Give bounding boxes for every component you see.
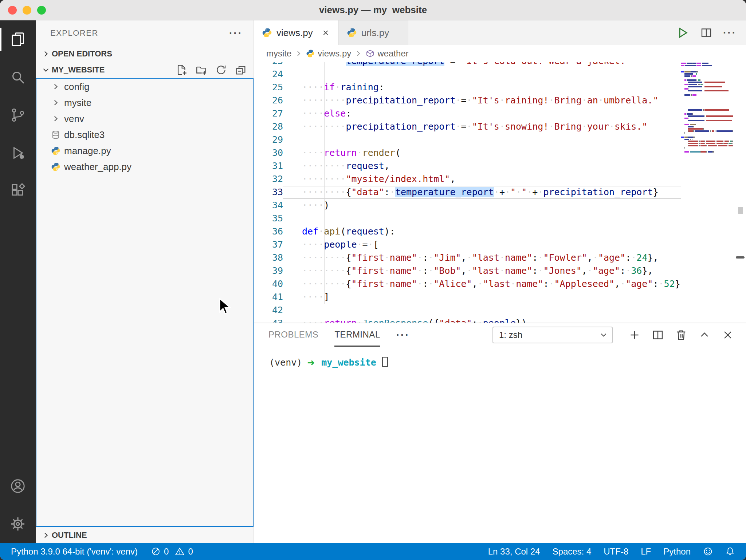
overview-ruler-mark	[738, 207, 743, 214]
terminal-shell-select[interactable]: 1: zsh	[492, 327, 613, 343]
status-problems[interactable]: 0 0	[151, 547, 193, 557]
minimize-window-button[interactable]	[23, 6, 31, 15]
extensions-icon[interactable]	[0, 172, 36, 210]
tab-urls-py[interactable]: urls.py	[339, 20, 409, 45]
status-python-interpreter[interactable]: Python 3.9.0 64-bit ('venv': venv)	[11, 547, 138, 557]
minimap-line	[681, 71, 734, 72]
code-line-42[interactable]: 42	[254, 304, 681, 317]
split-editor-icon[interactable]	[700, 26, 713, 39]
terminal[interactable]: (venv)➜my_website	[254, 347, 746, 543]
new-file-icon[interactable]	[175, 63, 189, 77]
tree-item-venv[interactable]: venv	[36, 111, 253, 127]
close-panel-icon[interactable]	[721, 328, 734, 342]
line-number: 39	[254, 264, 283, 277]
file-tree[interactable]: configmysitevenvdb.sqlite3manage.pyweath…	[36, 78, 254, 527]
collapse-folders-icon[interactable]	[234, 63, 248, 77]
code-line-35[interactable]: 35	[254, 212, 681, 225]
code-line-25[interactable]: 25····if·raining:	[254, 81, 681, 94]
breadcrumb: mysite views.py weather	[254, 45, 746, 62]
tree-item-db.sqlite3[interactable]: db.sqlite3	[36, 127, 253, 143]
split-terminal-icon[interactable]	[651, 328, 664, 342]
line-content: ········{"first·name"·:·"Bob",·"last·nam…	[283, 264, 653, 277]
code-line-33[interactable]: 33········{"data":·temperature_report·+·…	[254, 186, 681, 199]
code-line-40[interactable]: 40········{"first·name"·:·"Alice",·"last…	[254, 277, 681, 291]
code-line-26[interactable]: 26········precipitation_report·=·"It's·r…	[254, 94, 681, 107]
code-line-24[interactable]: 24	[254, 68, 681, 81]
accounts-icon[interactable]	[0, 467, 36, 505]
code-line-29[interactable]: 29	[254, 133, 681, 146]
refresh-explorer-icon[interactable]	[214, 63, 228, 77]
close-tab-icon[interactable]	[319, 27, 332, 39]
zoom-window-button[interactable]	[37, 6, 46, 15]
status-encoding[interactable]: UTF-8	[604, 547, 628, 557]
breadcrumb-symbol[interactable]: weather	[364, 48, 410, 59]
run-python-file-icon[interactable]	[676, 26, 690, 40]
code-line-31[interactable]: 31········request,	[254, 159, 681, 173]
editor-more-actions-icon[interactable]	[723, 27, 737, 39]
panel-tab-problems[interactable]: PROBLEMS	[268, 323, 318, 347]
code-line-23[interactable]: 23········temperature_report·=·"It's·col…	[254, 62, 681, 68]
section-open-editors[interactable]: OPEN EDITORS	[36, 46, 254, 62]
minimap-line	[681, 149, 734, 151]
close-window-button[interactable]	[8, 6, 17, 15]
minimap[interactable]	[681, 63, 734, 323]
tab-views-py[interactable]: views.py	[254, 20, 339, 45]
line-content: ········"mysite/index.html",	[283, 173, 455, 186]
minimap-line	[681, 107, 734, 109]
outline-label: OUTLINE	[52, 531, 87, 540]
panel-header: PROBLEMS TERMINAL 1: zsh	[254, 323, 746, 347]
source-control-icon[interactable]	[0, 96, 36, 134]
code-line-43[interactable]: 43····return·JsonResponse({"data":·peopl…	[254, 317, 681, 323]
code-line-28[interactable]: 28········precipitation_report·=·"It's·s…	[254, 120, 681, 133]
line-content: ········{"first·name"·:·"Jim",·"last·nam…	[283, 251, 659, 264]
code-line-36[interactable]: 36def·api(request):	[254, 225, 681, 238]
run-and-debug-icon[interactable]	[0, 134, 36, 172]
settings-gear-icon[interactable]	[0, 505, 36, 543]
minimap-line	[681, 109, 734, 111]
panel-more-tabs-icon[interactable]	[396, 329, 410, 341]
minimap-line	[681, 105, 734, 106]
status-indentation[interactable]: Spaces: 4	[553, 547, 592, 557]
code-line-30[interactable]: 30····return·render(	[254, 146, 681, 159]
code-line-32[interactable]: 32········"mysite/index.html",	[254, 173, 681, 186]
code-pane[interactable]: 23········temperature_report·=·"It's·col…	[254, 62, 681, 323]
minimap-line	[681, 145, 734, 146]
explorer-icon[interactable]	[0, 20, 36, 58]
code-line-37[interactable]: 37····people·=·[	[254, 238, 681, 251]
search-icon[interactable]	[0, 58, 36, 96]
feedback-smiley-icon[interactable]	[703, 547, 713, 556]
new-folder-icon[interactable]	[195, 63, 208, 77]
line-content: ····if·raining:	[283, 81, 384, 94]
code-line-34[interactable]: 34····)	[254, 199, 681, 212]
tree-item-config[interactable]: config	[36, 79, 253, 95]
section-workspace[interactable]: MY_WEBSITE	[36, 62, 254, 78]
kill-terminal-trash-icon[interactable]	[675, 328, 688, 342]
notifications-bell-icon[interactable]	[725, 547, 735, 556]
tree-item-manage.py[interactable]: manage.py	[36, 143, 253, 159]
warnings-icon	[175, 547, 185, 556]
code-line-41[interactable]: 41····]	[254, 291, 681, 304]
breadcrumb-file[interactable]: views.py	[305, 48, 353, 59]
explorer-more-actions-icon[interactable]	[229, 27, 243, 39]
terminal-prompt: (venv)➜my_website	[269, 356, 746, 369]
line-content	[283, 212, 302, 225]
vscode-window: views.py — my_website	[0, 0, 746, 560]
code-line-38[interactable]: 38········{"first·name"·:·"Jim",·"last·n…	[254, 251, 681, 264]
chevron-down-icon	[40, 64, 52, 76]
new-terminal-icon[interactable]	[628, 328, 641, 342]
status-language[interactable]: Python	[663, 547, 691, 557]
minimap-line	[681, 137, 734, 138]
code-editor[interactable]: 23········temperature_report·=·"It's·col…	[254, 62, 746, 323]
bottom-panel: PROBLEMS TERMINAL 1: zsh	[254, 323, 746, 543]
code-line-39[interactable]: 39········{"first·name"·:·"Bob",·"last·n…	[254, 264, 681, 277]
panel-tab-terminal[interactable]: TERMINAL	[334, 323, 380, 347]
status-eol[interactable]: LF	[641, 547, 651, 557]
breadcrumb-folder[interactable]: mysite	[265, 48, 293, 59]
python-file-icon	[262, 28, 272, 38]
section-outline[interactable]: OUTLINE	[36, 527, 254, 543]
tree-item-mysite[interactable]: mysite	[36, 95, 253, 111]
tree-item-weather_app.py[interactable]: weather_app.py	[36, 159, 253, 175]
status-line-col[interactable]: Ln 33, Col 24	[488, 547, 540, 557]
maximize-panel-chevron-icon[interactable]	[698, 328, 711, 342]
code-line-27[interactable]: 27····else:	[254, 107, 681, 120]
